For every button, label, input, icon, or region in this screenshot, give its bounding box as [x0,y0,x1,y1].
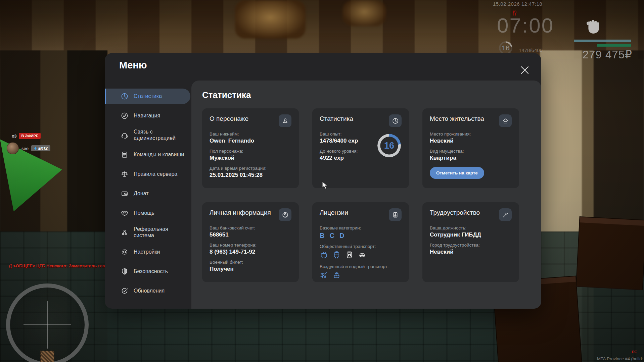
headset-icon [121,131,129,139]
field-label: Ваш никнейм: [210,132,291,137]
field-label: Ваш опыт: [320,132,375,137]
hud-game-time: 07:00 [497,13,554,37]
license-category: D [339,232,344,240]
network-icon [121,228,129,237]
fist-icon [585,17,602,38]
shield-icon [121,267,129,275]
sidebar-item-7[interactable]: Реферальная система [105,225,191,240]
page-title: Статистика [202,90,541,100]
card-about: О персонажеВаш никнейм:Owen_FernandoПол … [202,108,299,188]
categories-label: Базовые категории: [320,225,402,230]
radar-crosshair-horizontal [24,324,71,325]
card-fields: Ваш никнейм:Owen_FernandoПол персонажа:М… [210,132,291,178]
field-value: Мужской [210,155,291,161]
menu-title: Меню [119,60,147,71]
card-header: Статистика [320,115,402,127]
hud-money: 279 475₽ [572,48,632,61]
card-title: Личная информация [210,209,271,216]
hud-health-bar [597,44,631,47]
hud-level-ring: 16 [499,41,512,55]
tram-icon [332,251,341,259]
train-icon [345,251,354,259]
sidebar-item-8[interactable]: Настройки [105,244,191,260]
field-label: До нового уровня: [320,149,375,154]
license-category: B [320,232,324,240]
field-value: 568651 [210,231,291,238]
mark-on-map-button[interactable]: Отметить на карте [430,167,484,179]
field-value: 4922 exp [320,155,375,161]
sidebar-item-label: Команды и клавиши [134,152,184,158]
card-title: Место жительства [430,115,484,122]
hud-level-number: 16 [499,41,512,55]
field-value: Невский [430,138,512,144]
card-title: О персонаже [210,115,248,122]
lightning-icon [34,146,37,150]
card-residence: Место жительстваМесто проживания:Невский… [422,108,519,188]
sidebar-item-6[interactable]: Помощь [105,205,191,221]
sidebar-item-3[interactable]: Команды и клавиши [105,147,191,162]
field-value: 1478/6400 exp [320,138,375,144]
sidebar-item-label: Настройки [134,249,160,255]
mouse-cursor [322,181,328,190]
sidebar-item-0[interactable]: Статистика [105,89,190,104]
sidebar-item-4[interactable]: Правила сервера [105,166,191,182]
field-value: 25.01.2025 01:45:28 [210,172,291,178]
content-panel: Статистика О персонажеВаш никнейм:Owen_F… [191,81,541,309]
heart-handshake-icon [121,209,129,217]
card-header: Трудоустройство [430,209,512,221]
pie-chart-icon [389,114,402,127]
license-category: C [329,232,334,240]
menu-window: Меню СтатистикаНавигацияСвязь с админист… [105,53,541,309]
field-value: Owen_Fernando [210,138,291,144]
sidebar-item-label: Донат [134,191,149,197]
wallet-icon [121,190,129,198]
sidebar-item-label: Безопасность [134,268,168,275]
field-label: Место проживания: [430,132,512,137]
card-title: Статистика [320,115,353,122]
sidebar-item-10[interactable]: Обновления [105,283,191,299]
field-value: Сотрудник ГИБДД [430,231,512,238]
sidebar-item-label: Реферальная система [134,226,186,239]
streamer-name: see [21,146,29,151]
sidebar-item-5[interactable]: Донат [105,186,191,201]
field-value: Получен [210,266,291,272]
trolleybus-icon [320,251,328,259]
sidebar-item-9[interactable]: Безопасность [105,264,191,279]
plane-icon [320,271,328,279]
avatar [7,142,19,154]
streamer-row: see EXTZ [7,142,50,154]
level-number: 16 [377,134,401,157]
card-licenses: ЛицензииБазовые категории:BCDОбщественны… [312,202,409,282]
sidebar-item-label: Правила сервера [134,171,177,177]
card-personal: Личная информацияВаш банковский счет:568… [202,202,299,282]
card-header: Личная информация [210,209,291,221]
hud-armor-bar [574,40,631,42]
sidebar-item-label: Обновления [134,288,165,294]
field-value: Невский [430,249,512,255]
field-label: Ваш номер телефона: [210,243,291,248]
person-circle-icon [279,208,291,221]
field-label: Военный билет: [210,260,291,265]
field-label: Дата и время регистрации: [210,166,291,171]
field-label: Ваш банковский счет: [210,225,291,230]
house-icon [499,114,512,127]
card-header: Место жительства [430,115,512,127]
gear-icon [121,248,129,256]
server-version-label: MTA Province #4 (build: [597,356,643,361]
compass-icon [121,112,129,120]
card-fields: Место проживания:НевскийВид имущества:Кв… [430,132,512,161]
field-label: Вид имущества: [430,149,512,154]
document-icon [121,151,129,159]
public-transport-label: Общественный транспорт: [320,244,402,249]
field-label: Город трудоустройства: [430,243,512,248]
sidebar: СтатистикаНавигацияСвязь с администрацие… [105,89,191,299]
scales-icon [121,170,129,178]
close-icon[interactable] [520,65,530,75]
cards-grid: О персонажеВаш никнейм:Owen_FernandoПол … [202,108,541,282]
pie-chart-icon [121,92,129,100]
sidebar-item-2[interactable]: Связь с администрацией [105,127,191,143]
sidebar-item-1[interactable]: Навигация [105,108,191,123]
air-water-icons [320,271,402,279]
hud-exp-counter: 1478/6400 [519,47,543,53]
radar-map-thumbnail [40,351,54,362]
